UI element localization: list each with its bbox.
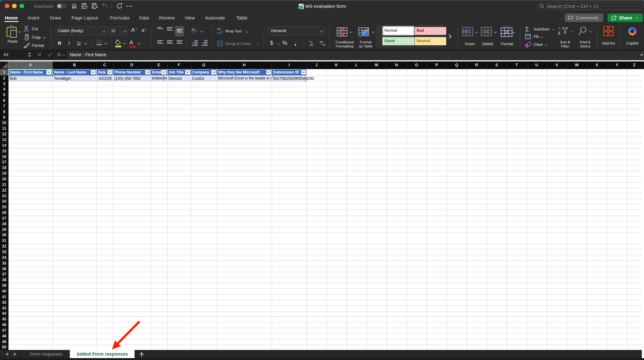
svg-text:Z: Z — [558, 31, 560, 35]
svg-text:ab: ab — [217, 27, 220, 30]
svg-text:A: A — [558, 26, 561, 31]
svg-text:.00: .00 — [319, 40, 323, 44]
svg-text:0: 0 — [324, 43, 325, 46]
svg-text:c: c — [217, 31, 219, 35]
svg-text:.00: .00 — [309, 43, 313, 46]
svg-text:X: X — [298, 6, 300, 9]
